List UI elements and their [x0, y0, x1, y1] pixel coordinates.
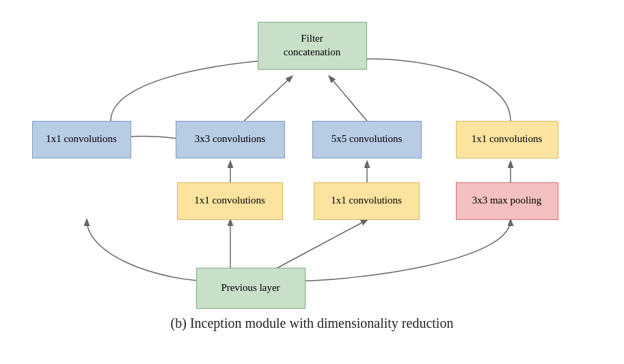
diagram-container: Filterconcatenation 1x1 convolutions 3x3…: [18, 15, 606, 350]
box-1x1-right: 1x1 convolutions: [456, 121, 558, 158]
box-3x3-conv: 3x3 convolutions: [176, 121, 285, 158]
caption: (b) Inception module with dimensionality…: [171, 316, 454, 331]
box-1x1-mid2: 1x1 convolutions: [314, 182, 420, 220]
box-1x1-mid1: 1x1 convolutions: [177, 182, 283, 220]
filter-concatenation-box: Filterconcatenation: [258, 22, 367, 70]
box-maxpool: 3x3 max pooling: [456, 182, 558, 220]
box-previous-layer: Previous layer: [196, 268, 306, 309]
box-5x5-conv: 5x5 convolutions: [312, 121, 422, 158]
box-1x1-left: 1x1 convolutions: [32, 121, 131, 158]
diagram-area: Filterconcatenation 1x1 convolutions 3x3…: [18, 15, 606, 309]
